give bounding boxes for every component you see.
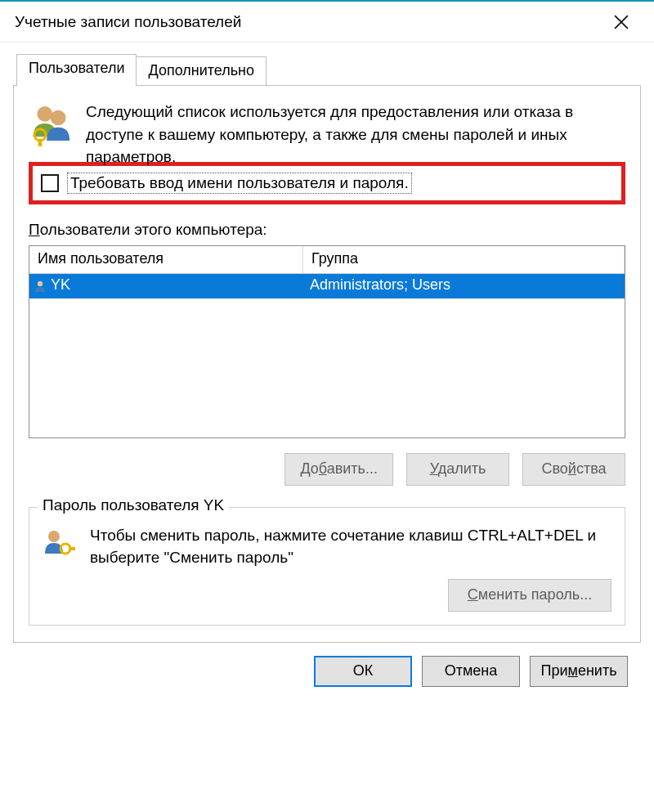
user-buttons-row: Добавить... Удалить Свойства <box>29 453 625 486</box>
apply-button[interactable]: Применить <box>530 656 628 687</box>
password-groupbox: Пароль пользователя YK Чтобы сменить пар… <box>29 507 625 626</box>
title-bar: Учетные записи пользователей <box>0 2 654 43</box>
remove-user-button[interactable]: Удалить <box>406 453 509 486</box>
dialog-buttons: ОК Отмена Применить <box>13 643 641 687</box>
svg-rect-9 <box>69 547 75 550</box>
change-password-button[interactable]: Сменить пароль... <box>448 579 611 612</box>
users-listbox[interactable]: Имя пользователя Группа YK Administrator… <box>29 245 625 438</box>
tab-page-users: Следующий список используется для предос… <box>13 85 641 643</box>
password-info-row: Чтобы сменить пароль, нажмите сочетание … <box>43 524 611 569</box>
svg-point-2 <box>38 106 53 122</box>
svg-point-6 <box>38 280 43 285</box>
password-groupbox-legend: Пароль пользователя YK <box>38 496 229 514</box>
window-title: Учетные записи пользователей <box>15 13 241 31</box>
ok-button[interactable]: ОК <box>314 656 412 687</box>
svg-point-3 <box>51 110 66 126</box>
tab-advanced[interactable]: Дополнительно <box>136 56 267 86</box>
column-username[interactable]: Имя пользователя <box>29 246 303 273</box>
user-properties-button[interactable]: Свойства <box>522 453 625 486</box>
svg-rect-5 <box>38 139 43 146</box>
password-info-text: Чтобы сменить пароль, нажмите сочетание … <box>90 524 611 569</box>
user-row-name: YK <box>47 274 303 298</box>
tab-strip: Пользователи Дополнительно <box>16 54 641 86</box>
tab-users-label: Пользователи <box>29 60 124 76</box>
users-icon <box>29 101 74 146</box>
require-credentials-checkbox[interactable] <box>41 174 59 192</box>
intro-text: Следующий список используется для предос… <box>86 101 625 168</box>
close-button[interactable] <box>603 4 639 40</box>
user-key-icon <box>43 527 75 560</box>
column-group[interactable]: Группа <box>303 246 625 273</box>
users-list-label: Пользователи этого компьютера: <box>29 221 625 239</box>
require-credentials-label: Требовать ввод имени пользователя и паро… <box>69 174 410 192</box>
svg-point-7 <box>48 531 60 542</box>
add-user-button[interactable]: Добавить... <box>284 453 393 486</box>
cancel-button[interactable]: Отмена <box>422 656 520 687</box>
user-row-group: Administrators; Users <box>303 274 625 298</box>
user-row[interactable]: YK Administrators; Users <box>29 274 625 298</box>
user-row-icon <box>29 274 47 298</box>
users-list-header: Имя пользователя Группа <box>29 246 625 274</box>
tab-users[interactable]: Пользователи <box>16 54 137 86</box>
tab-advanced-label: Дополнительно <box>148 62 254 79</box>
close-icon <box>614 15 629 29</box>
intro-row: Следующий список используется для предос… <box>29 101 625 168</box>
